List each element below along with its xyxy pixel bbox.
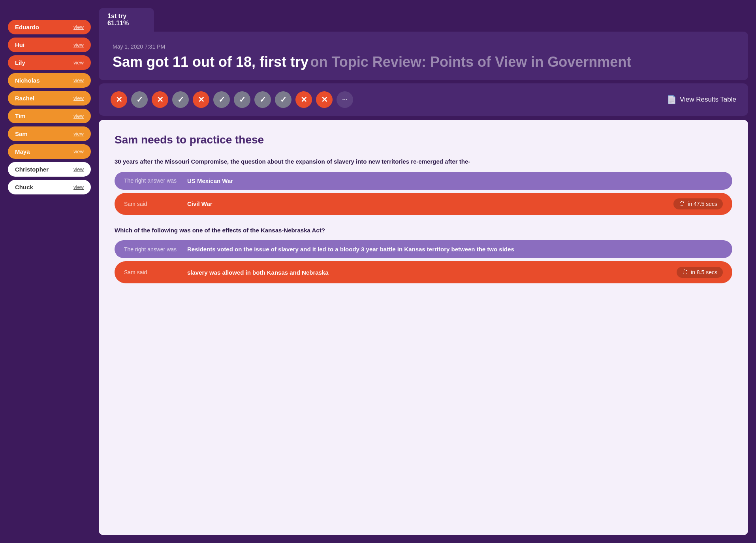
answer-icon-3[interactable]: ✓: [172, 91, 189, 108]
view-results-button[interactable]: 📄 View Results Table: [667, 95, 736, 104]
submission-date: May 1, 2020 7:31 PM: [113, 43, 734, 50]
question-block-1: Which of the following was one of the ef…: [115, 226, 732, 284]
question-text-0: 30 years after the Missouri Compromise, …: [115, 157, 732, 166]
results-bar: ✕✓✕✓✕✓✓✓✓✕✕··· 📄 View Results Table: [99, 83, 748, 116]
answer-icons-container: ✕✓✕✓✕✓✓✓✓✕✕···: [111, 91, 658, 108]
answer-icon-0[interactable]: ✕: [111, 91, 127, 108]
correct-answer-text-1: Residents voted on the issue of slavery …: [187, 246, 723, 253]
correct-label-0: The right answer was: [124, 177, 187, 184]
student-name: Lily: [15, 59, 25, 66]
sidebar-item-christopher[interactable]: Christopher view: [8, 162, 91, 177]
wrong-answer-row-0: Sam said Civil War ⏱ in 47.5 secs: [115, 193, 732, 215]
answer-icon-11[interactable]: ···: [337, 91, 353, 108]
view-link[interactable]: view: [73, 113, 84, 119]
answer-icon-8[interactable]: ✓: [275, 91, 291, 108]
wrong-answer-text-0: Civil War: [187, 200, 673, 207]
view-link[interactable]: view: [73, 24, 84, 30]
question-block-0: 30 years after the Missouri Compromise, …: [115, 157, 732, 215]
try-label: 1st try: [107, 13, 145, 20]
view-link[interactable]: view: [73, 166, 84, 172]
view-link[interactable]: view: [73, 95, 84, 101]
student-name: Hui: [15, 41, 24, 48]
correct-answer-text-0: US Mexican War: [187, 177, 723, 184]
main-content: 1st try 61.11% May 1, 2020 7:31 PM Sam g…: [99, 8, 748, 535]
wrong-answer-row-1: Sam said slavery was allowed in both Kan…: [115, 261, 732, 283]
practice-title: Sam needs to practice these: [115, 134, 732, 146]
answer-icon-6[interactable]: ✓: [234, 91, 250, 108]
questions-container: 30 years after the Missouri Compromise, …: [115, 157, 732, 283]
answer-icon-10[interactable]: ✕: [316, 91, 333, 108]
view-link[interactable]: view: [73, 42, 84, 48]
header-card: May 1, 2020 7:31 PM Sam got 11 out of 18…: [99, 32, 748, 80]
sidebar-item-sam[interactable]: Sam view: [8, 126, 91, 141]
wrong-label-1: Sam said: [124, 269, 187, 275]
answer-icon-1[interactable]: ✓: [131, 91, 148, 108]
answer-icon-9[interactable]: ✕: [295, 91, 312, 108]
sidebar-item-lily[interactable]: Lily view: [8, 55, 91, 70]
correct-answer-row-1: The right answer was Residents voted on …: [115, 240, 732, 258]
student-name: Nicholas: [15, 77, 40, 84]
sidebar-item-eduardo[interactable]: Eduardo view: [8, 20, 91, 34]
student-name: Tim: [15, 113, 25, 119]
correct-answer-row-0: The right answer was US Mexican War: [115, 172, 732, 190]
view-link[interactable]: view: [73, 77, 84, 83]
view-link[interactable]: view: [73, 149, 84, 155]
sidebar-item-maya[interactable]: Maya view: [8, 144, 91, 159]
student-name: Rachel: [15, 95, 34, 102]
answer-icon-4[interactable]: ✕: [193, 91, 209, 108]
time-text-1: in 8.5 secs: [691, 269, 717, 275]
correct-label-1: The right answer was: [124, 246, 187, 253]
clock-icon-1: ⏱: [682, 269, 688, 276]
try-tab: 1st try 61.11%: [99, 8, 154, 32]
student-name: Sam: [15, 130, 28, 137]
wrong-answer-text-1: slavery was allowed in both Kansas and N…: [187, 269, 677, 276]
time-badge-0: ⏱ in 47.5 secs: [673, 198, 723, 209]
sidebar-item-nicholas[interactable]: Nicholas view: [8, 73, 91, 88]
view-link[interactable]: view: [73, 184, 84, 190]
view-link[interactable]: view: [73, 131, 84, 137]
document-icon: 📄: [667, 95, 677, 104]
title-main: Sam got 11 out of 18, first try: [113, 54, 308, 70]
practice-section: Sam needs to practice these 30 years aft…: [99, 120, 748, 535]
view-results-label: View Results Table: [680, 96, 736, 104]
sidebar-item-tim[interactable]: Tim view: [8, 109, 91, 123]
question-text-1: Which of the following was one of the ef…: [115, 226, 732, 235]
clock-icon-0: ⏱: [679, 200, 685, 207]
wrong-label-0: Sam said: [124, 201, 187, 207]
student-name: Maya: [15, 148, 30, 155]
sidebar-item-hui[interactable]: Hui view: [8, 38, 91, 52]
header-title: Sam got 11 out of 18, first try on Topic…: [113, 54, 734, 70]
answer-icon-7[interactable]: ✓: [254, 91, 271, 108]
try-percent: 61.11%: [107, 20, 145, 27]
sidebar-item-rachel[interactable]: Rachel view: [8, 91, 91, 106]
answer-icon-5[interactable]: ✓: [213, 91, 230, 108]
student-name: Eduardo: [15, 24, 39, 30]
student-name: Christopher: [15, 166, 49, 173]
sidebar-item-chuck[interactable]: Chuck view: [8, 180, 91, 194]
time-badge-1: ⏱ in 8.5 secs: [677, 267, 723, 278]
answer-icon-2[interactable]: ✕: [152, 91, 168, 108]
view-link[interactable]: view: [73, 60, 84, 66]
student-name: Chuck: [15, 184, 33, 190]
sidebar: Eduardo view Hui view Lily view Nicholas…: [8, 8, 91, 535]
title-sub: on Topic Review: Points of View in Gover…: [310, 54, 632, 70]
time-text-0: in 47.5 secs: [688, 201, 717, 207]
